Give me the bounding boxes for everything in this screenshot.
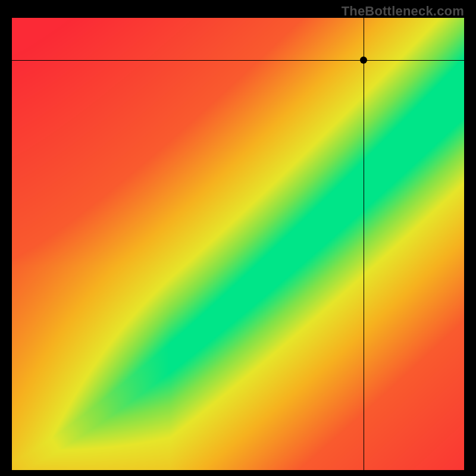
bottleneck-heatmap — [12, 18, 464, 470]
page-root: TheBottleneck.com — [0, 0, 476, 476]
watermark-text: TheBottleneck.com — [342, 4, 464, 19]
plot-container — [12, 18, 464, 470]
